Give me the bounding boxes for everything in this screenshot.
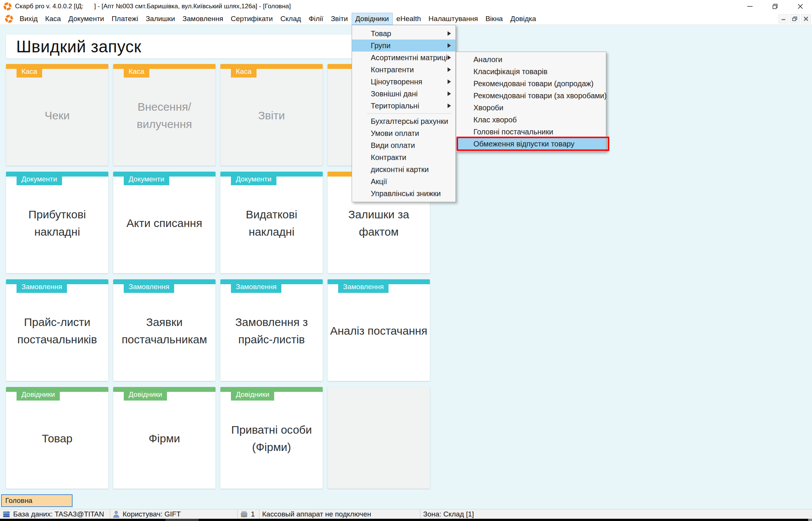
dropdown-item-hrupy[interactable]: Групи Аналоги Класифікація товарів Реком…: [352, 40, 455, 52]
app-logo-icon: [3, 2, 12, 11]
tile-empty: [328, 387, 430, 489]
tab-holovna[interactable]: Головна: [1, 494, 73, 507]
submenu-item-rekomendovani-doprodazh[interactable]: Рекомендовані товари (допродаж): [456, 78, 606, 90]
tile-vnesennia-vyluchennia[interactable]: Каса Внесення/вилучення: [113, 64, 216, 166]
dropdown-item-terytorialni[interactable]: Територіальні: [352, 100, 455, 112]
dropdown-item-zovnishni-dani[interactable]: Зовнішні дані: [352, 88, 455, 100]
database-icon: [3, 510, 10, 518]
tile-analiz-postachannia[interactable]: Замовлення Аналіз постачання: [328, 279, 430, 381]
status-database: База даних: TASA3@TITAN: [0, 509, 110, 519]
tile-prybutkovi-nakladni[interactable]: Документи Прибуткові накладні: [6, 172, 108, 273]
mdi-restore-icon[interactable]: [790, 14, 800, 23]
dropdown-item-tovar[interactable]: Товар: [352, 27, 455, 40]
app-window: Скарб pro v. 4.0.0.2 [ІД: ] - [Апт №003 …: [0, 0, 812, 521]
dropdown-item-kontrakty[interactable]: Контракти: [352, 151, 455, 163]
menu-item-vikna[interactable]: Вікна: [482, 13, 507, 25]
menu-item-zamovlennia[interactable]: Замовлення: [179, 13, 227, 25]
menu-items: Вихід Каса Документи Платежі Залишки Зам…: [16, 13, 540, 25]
hrupy-submenu: Аналоги Класифікація товарів Рекомендова…: [456, 52, 606, 152]
close-icon[interactable]: [797, 3, 804, 10]
menu-item-dokumenty[interactable]: Документи: [65, 13, 108, 25]
menu-bar: Вихід Каса Документи Платежі Залишки Зам…: [0, 13, 812, 25]
menu-item-dovidnyky[interactable]: Довідники Товар Групи Аналоги Класифікац…: [352, 13, 393, 25]
menu-item-vykhid[interactable]: Вихід: [16, 13, 41, 25]
menu-item-dovidnyky-label: Довідники: [355, 15, 389, 23]
mdi-minimize-icon[interactable]: [779, 14, 788, 23]
status-user: Користувач: GIFT: [110, 509, 238, 519]
dropdown-item-tsinoutvorennia[interactable]: Ціноутворення: [352, 76, 455, 88]
mdi-close-icon[interactable]: [801, 14, 811, 23]
taskbar-segment: [165, 519, 199, 521]
user-icon: [113, 510, 120, 518]
tile-zvity[interactable]: Каса Звіти: [220, 64, 323, 166]
title-bar: Скарб pro v. 4.0.0.2 [ІД: ] - [Апт №003 …: [0, 0, 812, 13]
menu-item-zalyshky[interactable]: Залишки: [142, 13, 179, 25]
dropdown-item-upravlinski-znyzhky[interactable]: Управлінські знижки: [352, 187, 455, 200]
window-controls: [747, 0, 804, 13]
dropdown-item-vydy-oplaty[interactable]: Види оплати: [352, 139, 455, 151]
submenu-arrow-icon: [448, 31, 451, 36]
mdi-app-icon: [5, 15, 13, 23]
dropdown-item-bukhhalterski[interactable]: Бухгалтерські рахунки: [352, 115, 455, 127]
tile-pryvatni-osoby[interactable]: Довідники Приватні особи (Фірми): [220, 387, 323, 489]
status-zone: Зона: Склад [1]: [420, 509, 812, 519]
menu-item-filii[interactable]: Філії: [305, 13, 327, 25]
status-cash-register: Кассовый аппарат не подключен: [260, 509, 420, 519]
submenu-arrow-icon: [448, 91, 451, 96]
submenu-item-holovni-postachalnyky[interactable]: Головні постачальники: [456, 126, 606, 138]
menu-separator: [367, 113, 452, 114]
tile-zayavky-postachalnykam[interactable]: Замовлення Заявки постачальникам: [113, 279, 216, 381]
window-title: Скарб pro v. 4.0.0.2 [ІД: ] - [Апт №003 …: [15, 0, 291, 13]
dovidnyky-dropdown-menu: Товар Групи Аналоги Класифікація товарів…: [352, 25, 456, 202]
tile-zamovlennia-z-price[interactable]: Замовлення Замовлення з прайс-листів: [220, 279, 323, 381]
status-bar: База даних: TASA3@TITAN Користувач: GIFT…: [0, 509, 812, 519]
tile-cheky[interactable]: Каса Чеки: [6, 64, 108, 166]
dropdown-item-dyskontni-kartky[interactable]: дисконтні картки: [352, 163, 455, 175]
menu-item-dovidka[interactable]: Довідка: [507, 13, 540, 25]
submenu-arrow-icon: [448, 67, 451, 72]
menu-item-zvity[interactable]: Звіти: [327, 13, 352, 25]
submenu-item-klas-khvorob[interactable]: Клас хвороб: [456, 114, 606, 126]
mdi-window-controls: [779, 14, 811, 23]
menu-item-sklad[interactable]: Склад: [276, 13, 305, 25]
submenu-item-khvoroby[interactable]: Хвороби: [456, 102, 606, 114]
submenu-arrow-icon: [448, 79, 451, 84]
submenu-item-rekomendovani-khvoroby[interactable]: Рекомендовані товари (за хворобами): [456, 90, 606, 102]
submenu-item-analohy[interactable]: Аналоги: [456, 53, 606, 66]
submenu-arrow-icon: [448, 43, 451, 48]
submenu-arrow-icon: [448, 104, 451, 108]
cash-register-icon: [240, 511, 248, 518]
tile-vydatkovi-nakladni[interactable]: Документи Видаткові накладні: [220, 172, 323, 273]
taskbar-segment-right: [808, 519, 812, 521]
dropdown-item-asortymentni[interactable]: Асортиментні матриці: [352, 52, 455, 64]
menu-item-ehealth[interactable]: eHealth: [393, 13, 425, 25]
tile-price-lists[interactable]: Замовлення Прайс-листи постачальників: [6, 279, 108, 381]
dropdown-item-kontrahenty[interactable]: Контрагенти: [352, 64, 455, 76]
tile-akty-spysannia[interactable]: Документи Акти списання: [113, 172, 216, 273]
tile-firmy[interactable]: Довідники Фірми: [113, 387, 216, 489]
menu-item-sertyfikaty[interactable]: Сертифікати: [227, 13, 277, 25]
dropdown-item-aktsii[interactable]: Акції: [352, 175, 455, 187]
submenu-arrow-icon: [448, 55, 451, 60]
status-device-count: 1: [238, 509, 260, 519]
submenu-item-klasyfikatsiia[interactable]: Класифікація товарів: [456, 66, 606, 78]
minimize-icon[interactable]: [747, 3, 753, 10]
menu-item-platezhi[interactable]: Платежі: [108, 13, 142, 25]
dropdown-item-umovy-oplaty[interactable]: Умови оплати: [352, 127, 455, 139]
submenu-item-obmezhennia-vidpustky[interactable]: Обмеження відпустки товару: [456, 138, 606, 150]
restore-icon[interactable]: [772, 3, 779, 10]
tile-tovar[interactable]: Довідники Товар: [6, 387, 108, 489]
taskbar-edge: [0, 519, 812, 521]
menu-item-nalashtuvannia[interactable]: Налаштування: [425, 13, 481, 25]
menu-item-kasa[interactable]: Каса: [41, 13, 65, 25]
